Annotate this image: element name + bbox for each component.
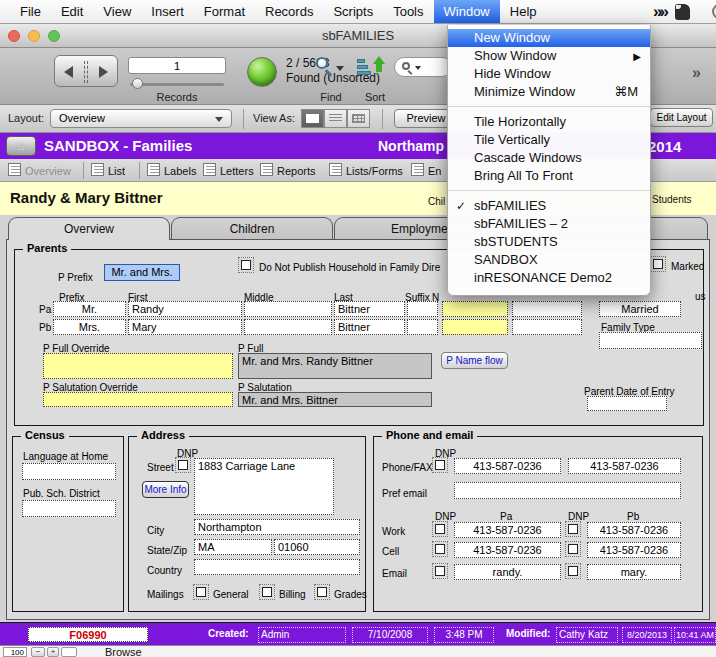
pa-first-field[interactable]: Randy <box>128 301 242 317</box>
toolbar-overflow-chevron[interactable]: » <box>692 64 701 82</box>
menubar-window[interactable]: Window <box>434 0 500 23</box>
menu-item-bring-all-to-front[interactable]: Bring All To Front <box>448 167 650 185</box>
menu-item-show-window[interactable]: Show Window ▶ <box>448 47 650 65</box>
nav-lists-forms[interactable]: Lists/Forms <box>346 165 403 177</box>
work-pa-dnp-checkbox[interactable] <box>435 524 445 534</box>
cell-pa-field[interactable]: 413-587-0236 <box>454 542 561 558</box>
pa-middle-field[interactable] <box>244 301 332 317</box>
evernote-icon[interactable] <box>675 4 690 20</box>
phone-field[interactable]: 413-587-0236 <box>454 458 561 474</box>
city-field[interactable]: Northampton <box>194 519 360 535</box>
nav-more-fragment[interactable]: En <box>428 165 441 177</box>
menu-item-tile-horizontally[interactable]: Tile Horizontally <box>448 113 650 131</box>
zoom-level-field[interactable]: 100 <box>3 647 27 657</box>
fast-forward-icon[interactable]: »» <box>653 2 666 22</box>
menubar-help[interactable]: Help <box>500 0 547 23</box>
pa-nickname-field[interactable] <box>442 301 508 317</box>
record-slider-thumb[interactable] <box>132 78 143 89</box>
view-form-button[interactable] <box>301 109 324 128</box>
menu-item-window-sbfamilies[interactable]: ✓ sbFAMILIES <box>448 197 650 215</box>
nav-list[interactable]: List <box>108 165 125 177</box>
work-pb-field[interactable]: 413-587-0236 <box>587 522 681 538</box>
pb-last-field[interactable]: Bittner <box>334 319 405 335</box>
email-pb-dnp-checkbox[interactable] <box>568 566 578 576</box>
work-pb-dnp-checkbox[interactable] <box>568 524 578 534</box>
pb-prefix-field[interactable]: Mrs. <box>53 319 126 335</box>
more-info-button[interactable]: More Info <box>142 481 189 498</box>
menubar-records[interactable]: Records <box>255 0 323 23</box>
menubar-scripts[interactable]: Scripts <box>323 0 383 23</box>
nav-overview[interactable]: Overview <box>25 165 71 177</box>
found-set-pie-icon[interactable] <box>247 57 277 87</box>
parent-date-of-entry-field[interactable] <box>587 396 667 411</box>
find-dropdown-caret-icon[interactable] <box>336 66 344 71</box>
view-list-button[interactable] <box>324 109 347 128</box>
menubar-edit[interactable]: Edit <box>51 0 93 23</box>
menu-item-window-sandbox[interactable]: SANDBOX <box>448 251 650 269</box>
pa-suffix-field[interactable] <box>407 301 438 317</box>
record-id-field[interactable]: F06990 <box>28 627 148 642</box>
work-pa-field[interactable]: 413-587-0236 <box>454 522 561 538</box>
zoom-in-button[interactable]: + <box>47 647 59 657</box>
nav-reports[interactable]: Reports <box>277 165 316 177</box>
record-slider-track[interactable] <box>130 83 224 86</box>
mailing-grades-checkbox[interactable] <box>317 587 327 597</box>
mailing-general-checkbox[interactable] <box>196 587 206 597</box>
record-navigation-book[interactable] <box>54 55 118 87</box>
fax-field[interactable]: 413-587-0236 <box>568 458 681 474</box>
pb-middle-field[interactable] <box>244 319 332 335</box>
cell-pb-dnp-checkbox[interactable] <box>568 544 578 554</box>
state-field[interactable]: MA <box>194 539 272 555</box>
tab-overview[interactable]: Overview <box>8 217 170 240</box>
language-at-home-field[interactable] <box>22 463 116 480</box>
find-button[interactable]: Find <box>314 56 348 102</box>
menu-item-window-sbfamilies-2[interactable]: sbFAMILIES – 2 <box>448 215 650 233</box>
menubar-view[interactable]: View <box>93 0 141 23</box>
pa-extra-field[interactable] <box>512 301 582 317</box>
menubar-format[interactable]: Format <box>194 0 255 23</box>
mode-selector[interactable]: Browse <box>105 646 142 657</box>
email-pb-field[interactable]: mary. <box>587 564 681 580</box>
next-record-icon[interactable] <box>99 66 108 78</box>
marked-checkbox[interactable] <box>653 259 663 269</box>
current-record-field[interactable]: 1 <box>128 57 226 74</box>
quick-find-input[interactable] <box>394 57 452 77</box>
email-pa-dnp-checkbox[interactable] <box>435 566 445 576</box>
phone-dnp-checkbox[interactable] <box>435 460 445 470</box>
pb-first-field[interactable]: Mary <box>128 319 242 335</box>
p-name-flow-button[interactable]: P Name flow <box>441 352 508 369</box>
nav-letters[interactable]: Letters <box>220 165 254 177</box>
menu-item-new-window[interactable]: New Window <box>448 29 650 47</box>
menu-item-hide-window[interactable]: Hide Window <box>448 65 650 83</box>
p-prefix-field[interactable]: Mr. and Mrs. <box>104 264 180 281</box>
previous-record-icon[interactable] <box>64 66 73 78</box>
pref-email-field[interactable] <box>454 482 681 499</box>
zoom-out-button[interactable]: − <box>31 647 45 657</box>
pub-sch-district-field[interactable] <box>22 500 116 517</box>
country-field[interactable] <box>194 559 360 575</box>
pb-extra-field[interactable] <box>512 319 582 335</box>
menu-item-cascade-windows[interactable]: Cascade Windows <box>448 149 650 167</box>
menu-item-window-sbstudents[interactable]: sbSTUDENTS <box>448 233 650 251</box>
menu-item-window-inresonance[interactable]: inRESONANCE Demo2 <box>448 269 650 287</box>
p-salutation-override-field[interactable] <box>43 392 233 407</box>
clock-icon[interactable] <box>712 4 716 19</box>
quick-find-caret-icon[interactable] <box>415 66 421 70</box>
cell-pa-dnp-checkbox[interactable] <box>435 544 445 554</box>
view-table-button[interactable] <box>347 109 370 128</box>
status-toolbar-toggle-icon[interactable] <box>61 647 77 657</box>
menu-item-tile-vertically[interactable]: Tile Vertically <box>448 131 650 149</box>
pa-prefix-field[interactable]: Mr. <box>53 301 126 317</box>
menubar-file[interactable]: File <box>10 0 51 23</box>
dnp-publish-checkbox[interactable] <box>241 260 251 270</box>
mailing-billing-checkbox[interactable] <box>262 587 272 597</box>
menubar-insert[interactable]: Insert <box>141 0 194 23</box>
home-button[interactable]: ⌂ <box>6 136 36 156</box>
menubar-tools[interactable]: Tools <box>383 0 433 23</box>
cell-pb-field[interactable]: 413-587-0236 <box>587 542 681 558</box>
pb-suffix-field[interactable] <box>407 319 438 335</box>
street-field[interactable]: 1883 Carriage Lane <box>194 458 334 515</box>
edit-layout-button[interactable]: Edit Layout <box>650 108 713 127</box>
pb-nickname-field[interactable] <box>442 319 508 335</box>
nav-labels[interactable]: Labels <box>164 165 196 177</box>
